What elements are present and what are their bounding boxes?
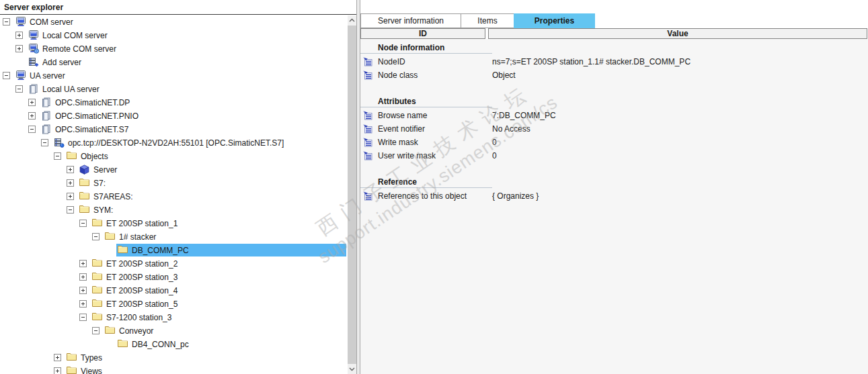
tree-node[interactable]: OPC.SimaticNET.PNIO: [0, 109, 348, 123]
expander-plus-icon[interactable]: [67, 193, 74, 200]
property-label: Node class: [378, 71, 418, 80]
property-row[interactable]: Node classObject: [360, 68, 868, 82]
tree-node-label: opc.tcp://DESKTOP-N2VD2AH:55101 [OPC.Sim…: [66, 138, 286, 148]
property-row[interactable]: User write mask0: [360, 149, 868, 162]
section-underline: [360, 187, 492, 188]
property-label: User write mask: [378, 151, 436, 160]
property-label: Event notifier: [378, 124, 425, 134]
expander-plus-icon[interactable]: [67, 166, 74, 173]
property-row[interactable]: Browse name7:DB_COMM_PC: [360, 109, 868, 122]
tree-node-label: SYM:: [91, 205, 115, 215]
tree-node[interactable]: S7:: [0, 177, 348, 190]
tree-node-label: ET 200SP station_3: [104, 273, 180, 282]
section-header: Attributes: [360, 95, 868, 109]
expander-plus-icon[interactable]: [79, 300, 87, 308]
tree-node-label: Types: [79, 353, 104, 363]
expander-plus-icon[interactable]: [15, 45, 23, 52]
property-value: Object: [492, 71, 516, 80]
section-underline: [360, 107, 492, 107]
tree-node[interactable]: COM server: [0, 15, 348, 29]
scrollbar-thumb[interactable]: [348, 26, 356, 364]
tab-bar: Server informationItemsProperties: [360, 13, 595, 28]
tree-node[interactable]: Local COM server: [0, 29, 348, 42]
expander-minus-icon[interactable]: [15, 85, 23, 93]
tree-node[interactable]: OPC.SimaticNET.S7: [0, 123, 348, 136]
tree-node[interactable]: Types: [0, 351, 348, 365]
tree-node[interactable]: S7AREAS:: [0, 190, 348, 203]
property-row[interactable]: References to this object{ Organizes }: [360, 189, 868, 203]
expander-plus-icon[interactable]: [79, 260, 87, 267]
expander-minus-icon[interactable]: [79, 220, 87, 227]
folder-icon: [92, 312, 103, 323]
section-underline: [360, 53, 492, 54]
grid-header: IDValue: [360, 28, 868, 39]
tree-node[interactable]: DB4_CONN_pc: [0, 338, 348, 351]
tree-node[interactable]: ET 200SP station_4: [0, 284, 348, 297]
property-value: ns=7;s=ET 200SP station_1.1# stacker.DB_…: [492, 57, 691, 66]
section-title: Node information: [378, 43, 444, 52]
column-header-id[interactable]: ID: [360, 28, 485, 39]
expander-plus-icon[interactable]: [54, 354, 61, 361]
tree-node[interactable]: SYM:: [0, 203, 348, 217]
tree-node[interactable]: ET 200SP station_1: [0, 217, 348, 230]
tree-node[interactable]: UA server: [0, 69, 348, 83]
expander-plus-icon[interactable]: [54, 367, 61, 374]
tree-node[interactable]: ET 200SP station_5: [0, 297, 348, 311]
scroll-up-icon[interactable]: [348, 15, 356, 26]
tree-node[interactable]: Objects: [0, 150, 348, 163]
attribute-icon: [363, 124, 372, 134]
expander-minus-icon[interactable]: [92, 233, 100, 240]
attribute-icon: [363, 57, 372, 66]
tree-node-label: S7:: [91, 179, 108, 188]
computer-icon: [15, 71, 26, 81]
tree-node[interactable]: Remote COM server: [0, 42, 348, 56]
property-row[interactable]: NodeIDns=7;s=ET 200SP station_1.1# stack…: [360, 55, 868, 68]
tree-node[interactable]: S7-1200 station_3: [0, 311, 348, 324]
tree-node[interactable]: ET 200SP station_2: [0, 257, 348, 271]
attribute-icon: [363, 111, 372, 120]
property-value: 0: [492, 138, 497, 147]
expander-minus-icon[interactable]: [3, 72, 10, 79]
tree-node[interactable]: Local UA server: [0, 83, 348, 96]
vertical-scrollbar[interactable]: [348, 15, 356, 374]
folder-icon: [67, 366, 77, 374]
expander-minus-icon[interactable]: [41, 139, 48, 146]
expander-plus-icon[interactable]: [67, 179, 74, 187]
tree-node[interactable]: Views: [0, 365, 348, 374]
tree-node-label: OPC.SimaticNET.S7: [53, 125, 130, 134]
tree-node[interactable]: DB_COMM_PC: [0, 244, 348, 257]
expander-minus-icon[interactable]: [79, 314, 87, 321]
expander-minus-icon[interactable]: [92, 327, 100, 334]
tree-node-label: Conveyor: [117, 326, 155, 336]
tree-node-label: COM server: [28, 17, 75, 27]
tree-node-label: DB4_CONN_pc: [130, 340, 191, 349]
tab-items[interactable]: Items: [461, 13, 514, 28]
tree-node[interactable]: opc.tcp://DESKTOP-N2VD2AH:55101 [OPC.Sim…: [0, 136, 348, 150]
computer-globe-icon: [28, 44, 39, 54]
column-header-value[interactable]: Value: [488, 28, 867, 39]
expander-plus-icon[interactable]: [79, 273, 87, 281]
expander-plus-icon[interactable]: [15, 32, 23, 39]
folder-icon: [79, 191, 90, 202]
property-row[interactable]: Write mask0: [360, 136, 868, 149]
tree-node[interactable]: Add server: [0, 56, 348, 69]
expander-minus-icon[interactable]: [67, 206, 74, 214]
scroll-down-icon[interactable]: [348, 364, 356, 374]
tree-node[interactable]: Conveyor: [0, 324, 348, 338]
tab-server-information[interactable]: Server information: [360, 13, 461, 28]
tree-node[interactable]: ET 200SP station_3: [0, 271, 348, 284]
tree-node[interactable]: OPC.SimaticNET.DP: [0, 96, 348, 109]
tree-node[interactable]: Server: [0, 163, 348, 177]
tree-node-label: OPC.SimaticNET.DP: [53, 98, 132, 107]
ledger-icon: [41, 97, 52, 108]
expander-minus-icon[interactable]: [28, 126, 36, 133]
expander-plus-icon[interactable]: [28, 112, 36, 120]
property-row[interactable]: Event notifierNo Access: [360, 122, 868, 136]
expander-minus-icon[interactable]: [54, 152, 61, 160]
expander-minus-icon[interactable]: [3, 18, 10, 26]
folder-icon: [67, 151, 77, 162]
expander-plus-icon[interactable]: [79, 287, 87, 294]
expander-plus-icon[interactable]: [28, 99, 36, 106]
tree-node[interactable]: 1# stacker: [0, 230, 348, 244]
tab-properties[interactable]: Properties: [514, 13, 595, 28]
